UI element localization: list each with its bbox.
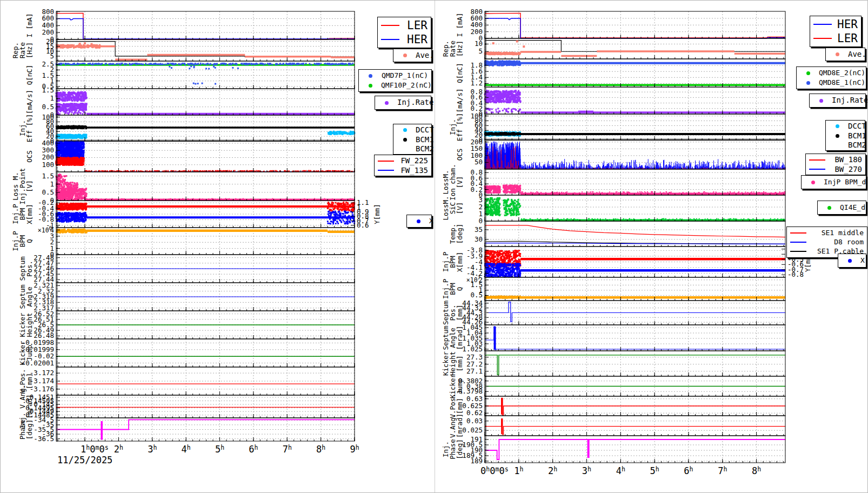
legend-ave: Ave. [825,48,865,61]
row-v-angle: 0.0250.03V.Ang.[mrad] [449,414,785,438]
svg-text:8h: 8h [316,444,325,455]
svg-text:26.52: 26.52 [34,310,54,318]
legend-line-swatch [790,251,806,252]
legend-injp-bpm: InjP BPM_d [801,175,866,189]
legend-line-swatch [790,242,806,243]
legend-charge: QMD7P_1(nC)QMF10P_2(nC) [358,69,432,92]
row-v-pos: -3.172-3.174-3.176V.Pos.[mm] [18,367,355,395]
svg-text:Q[nC]: Q[nC] [456,63,464,83]
svg-text:1h: 1h [514,465,523,476]
row-v-pos: 0.620.6250.63V.Pos.[mm] [449,394,785,418]
row-temperature: 3035Temp.[deg] [449,221,785,247]
legend-inj-rate: Inj.Rate [375,96,431,110]
legend-dot-marker [829,52,845,56]
svg-text:9h: 9h [350,444,359,455]
svg-text:0.8: 0.8 [470,88,483,96]
svg-text:7h: 7h [718,465,727,476]
svg-text:Eff [%]: Eff [%] [25,114,34,143]
svg-text:5h: 5h [215,444,224,455]
svg-text:0.625: 0.625 [462,402,483,410]
legend-dot-marker [410,219,426,223]
svg-text:191: 191 [470,435,483,443]
svg-text:1: 1 [50,94,54,102]
svg-text:30: 30 [475,235,483,243]
legend-label: Ave. [416,51,434,61]
svg-text:5: 5 [478,47,483,55]
legend-label: Ave. [848,50,866,59]
svg-text:[deg]: [deg] [25,419,34,440]
x-axis-panel-left: 1h0m0s2h3h4h5h6h7h8h9h [81,444,359,455]
svg-text:0.8: 0.8 [470,168,483,176]
svg-text:Q: Q [25,239,34,243]
legend-charge: QMD8E_2(nC)QMD8E_1(nC) [796,66,866,89]
legend-dot-marker [829,124,845,128]
svg-text:2.5: 2.5 [42,60,54,68]
svg-text:2: 2 [478,203,483,211]
row-lossmon-sic: 0123LossM.SiC[V] [442,195,785,225]
legend-line-swatch [790,232,806,234]
legend-label: SE1 middle [809,229,864,237]
svg-text:100: 100 [470,112,483,120]
legend-label: QMF10P_2(nC) [381,81,432,90]
row-septum-pos: 27.4427.4527.4627.4727.48SeptumPos. [18,254,355,284]
row-rep-rate: 5101520Rep.Rate[Hz] [11,37,355,61]
legend-label: QI4E_d [840,203,865,212]
row-bunch-charge: 1.21.41.61.8Q[nC] [456,59,785,87]
svg-text:X[mm]: X[mm] [456,252,464,272]
svg-text:Height: Height [25,312,34,337]
legend-label: BW_180 [828,155,862,165]
legend-label: BCM1 [848,131,866,141]
svg-text:200: 200 [42,153,54,161]
svg-text:6h: 6h [249,444,258,455]
row-inj-eff: 020406080100Inj.Eff [%] [449,112,785,144]
svg-text:5h: 5h [650,465,659,476]
svg-text:0h0m0s: 0h0m0s [480,465,509,476]
legend-line-swatch [809,169,825,170]
legend-label: Inj.Rate [397,98,433,108]
svg-text:1.045: 1.045 [462,323,483,331]
svg-text:[deg]: [deg] [456,224,464,244]
legend-line-swatch [813,24,832,25]
legend-bpm-x: X [406,215,432,228]
svg-text:[V]: [V] [456,202,464,215]
svg-text:600: 600 [42,14,54,22]
legend-qi4e: QI4E_d [817,201,866,215]
legend-line-swatch [813,38,832,39]
svg-text:2h: 2h [548,465,557,476]
row-kicker-height: 27.127.227.3KickerHeight[mm] [442,351,785,376]
svg-text:1.5: 1.5 [42,172,54,180]
svg-text:[mA/s]: [mA/s] [456,88,464,112]
row-ocs-loss: 50100150200OCS [456,138,785,169]
svg-text:4h: 4h [182,444,191,455]
row-kicker-jump: -0.01998-0.01999-0.02-0.02001KickerJump [18,338,355,367]
legend-label: FW_135 [397,166,428,176]
row-beam-current: 0200400600800I [mA] [456,8,785,42]
svg-text:10: 10 [475,39,483,48]
row-kicker-height: 26.4826.4926.526.5126.52KickerHeight [18,310,355,340]
svg-text:800: 800 [42,8,54,16]
row-injp-bpm-x: -3.8-3.9-4-4.1-4.2Inj.PBPMX[mm]-0.3-0.4-… [442,245,812,279]
svg-text:0: 0 [478,217,483,225]
svg-text:0.63: 0.63 [466,395,483,403]
legend-line-swatch [378,170,394,171]
legend-dot-marker [842,259,858,263]
svg-text:OCS: OCS [456,149,464,161]
legend-inj-rate: Inj.Rate [809,94,866,108]
svg-text:3: 3 [478,196,483,204]
svg-text:35: 35 [475,225,483,234]
legend-label: DCCT [416,125,434,135]
svg-text:[V]: [V] [25,180,34,192]
legend-label: FW_225 [397,156,428,166]
legend-dot-marker [397,128,413,132]
svg-text:800: 800 [470,8,483,16]
svg-text:[mm]: [mm] [456,355,464,371]
legend-label: D8 room [809,238,864,247]
svg-text:0.03: 0.03 [466,417,483,425]
legend-label: QMD8E_1(nC) [819,78,865,87]
row-lossmon-injpoint: 00.511.5Loss M.Inj.Point[V] [11,168,355,205]
svg-text:Jump: Jump [25,345,34,361]
row-beam-current: 0200400600800I [mA] [25,8,355,43]
legend-ave: Ave. [393,49,432,62]
svg-text:Angle: Angle [25,287,34,307]
injection-monitor-window: 0200400600800I [mA]5101520Rep.Rate[Hz]0.… [0,0,868,493]
